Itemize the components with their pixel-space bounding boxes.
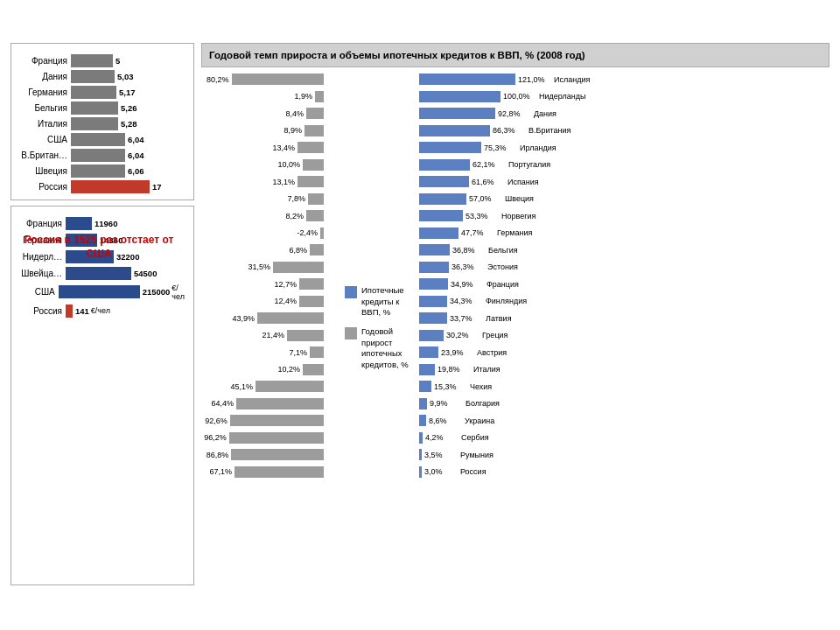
growth-bar-wrap: 86,8% <box>201 449 324 460</box>
gdp-bar-row: 4,2%Сербия <box>419 430 626 444</box>
gdp-bar-row: 62,1%Португалия <box>419 158 626 172</box>
growth-bar-row: 45,1% <box>201 380 341 394</box>
bottom-bar-value: 54500 <box>134 269 157 278</box>
growth-bar-row: 8,2% <box>201 209 341 223</box>
growth-bar <box>310 244 324 256</box>
right-gdp-bars: 121,0%Исландия100,0%Нидерланды92,8%Дания… <box>416 71 626 585</box>
growth-pct: 31,5% <box>239 262 270 271</box>
gdp-pct: 23,9% <box>441 348 474 357</box>
gdp-pct: 100,0% <box>503 92 536 101</box>
bar-container: 5,26 <box>71 102 188 115</box>
bottom-bar-label: Франция <box>17 219 62 228</box>
bar-value: 6,04 <box>128 135 144 144</box>
gdp-country: Австрия <box>477 348 507 357</box>
growth-bar-row: 8,4% <box>201 107 341 121</box>
gdp-bar-row: 92,8%Дания <box>419 107 626 121</box>
growth-bar-wrap: 13,1% <box>201 176 324 187</box>
growth-bar <box>303 159 324 171</box>
bar-label: Франция <box>17 56 67 66</box>
bar-value: 5,17 <box>119 88 136 97</box>
gdp-bar-row: 9,9%Болгария <box>419 396 626 410</box>
bar-row: Бельгия5,26 <box>17 102 188 115</box>
gdp-country: В.Британия <box>528 126 570 135</box>
bar-container: 6,06 <box>71 164 188 178</box>
gdp-bar-row: 36,3%Эстония <box>419 260 626 274</box>
gdp-pct: 30,2% <box>446 331 480 340</box>
gdp-pct: 53,3% <box>466 212 499 220</box>
gdp-country: Латвия <box>486 314 512 323</box>
growth-bar <box>273 262 324 273</box>
growth-bar-row: 13,4% <box>201 141 341 155</box>
growth-pct: 13,1% <box>263 178 295 186</box>
growth-bar <box>310 346 324 358</box>
gdp-bar <box>419 228 458 239</box>
bar-container: 17 <box>71 180 188 193</box>
gdp-country: Греция <box>482 331 508 340</box>
gdp-bar-row: 15,3%Чехия <box>419 380 626 394</box>
gdp-country: Ирландия <box>520 144 556 152</box>
bottom-bar <box>59 285 140 298</box>
growth-bar-wrap: 7,1% <box>201 346 324 358</box>
left-top-bars: Франция5Дания5,03Германия5,17Бельгия5,26… <box>17 54 188 193</box>
growth-bar <box>299 296 324 307</box>
left-growth-bars: 80,2%1,9%8,4%8,9%13,4%10,0%13,1%7,8%8,2%… <box>201 71 341 585</box>
gdp-bar-row: 121,0%Исландия <box>419 73 626 87</box>
growth-pct: 10,0% <box>269 160 300 169</box>
gdp-pct: 86,3% <box>493 126 526 135</box>
gdp-bar <box>419 210 463 221</box>
gdp-pct: 33,7% <box>450 314 483 323</box>
growth-pct: 8,9% <box>270 126 302 135</box>
bar-row: Германия5,17 <box>17 86 188 99</box>
gdp-bar-row: 57,0%Швеция <box>419 192 626 206</box>
bar-container: 6,04 <box>71 149 188 162</box>
gdp-bar <box>419 74 515 85</box>
gdp-country: Эстония <box>487 262 518 271</box>
growth-pct: 86,8% <box>201 451 228 459</box>
bar-label: США <box>17 135 67 144</box>
gdp-country: Болгария <box>466 399 500 408</box>
gdp-pct: 15,3% <box>434 382 467 391</box>
gdp-bar <box>419 415 426 426</box>
bar <box>71 133 125 146</box>
growth-bar <box>303 364 324 375</box>
bottom-bar <box>66 217 92 230</box>
legend-item: Годовой прирост ипотечных кредитов, % <box>345 326 412 369</box>
bar-container: 5,03 <box>71 70 188 83</box>
gdp-bar-row: 34,3%Финляндия <box>419 294 626 308</box>
right-chart-title: Годовой темп прироста и объемы ипотечных… <box>201 43 830 67</box>
gdp-pct: 9,9% <box>430 399 463 408</box>
bar-row: Швеция6,06 <box>17 164 188 178</box>
gdp-country: Бельгия <box>488 246 518 255</box>
bar <box>71 164 125 178</box>
gdp-country: Румыния <box>460 451 494 459</box>
growth-pct: 13,4% <box>263 144 295 152</box>
growth-bar-row: 7,8% <box>201 192 341 206</box>
growth-pct: 96,2% <box>201 433 227 442</box>
growth-bar <box>257 312 324 324</box>
gdp-bar <box>419 432 423 444</box>
gdp-bar <box>419 262 449 273</box>
growth-pct: -2,4% <box>286 228 318 237</box>
bottom-bar-row: Франция11960 <box>17 217 188 230</box>
growth-pct: 45,1% <box>221 382 253 391</box>
growth-bar <box>256 381 324 392</box>
gdp-country: Россия <box>460 467 486 476</box>
growth-bar-wrap: 45,1% <box>201 381 324 392</box>
bar-row: США6,04 <box>17 133 188 146</box>
gdp-bar <box>419 330 444 341</box>
bar <box>71 149 125 162</box>
bottom-bar-value: 11960 <box>94 219 117 228</box>
bottom-bar-label: США <box>17 287 55 297</box>
growth-bar <box>229 432 324 444</box>
growth-pct: 6,8% <box>276 246 307 255</box>
bar-container: 5,28 <box>71 117 188 130</box>
growth-pct: 67,1% <box>201 467 232 476</box>
growth-bar <box>299 278 324 290</box>
bar-label: Россия <box>17 182 67 192</box>
bar-label: Дания <box>17 72 67 81</box>
legend-box: Ипотечные кредиты к ВВП, %Годовой прирос… <box>341 71 416 585</box>
gdp-country: Украина <box>465 416 494 425</box>
growth-bar <box>315 91 324 102</box>
growth-bar <box>298 142 324 153</box>
growth-bar-row: 96,2% <box>201 430 341 444</box>
